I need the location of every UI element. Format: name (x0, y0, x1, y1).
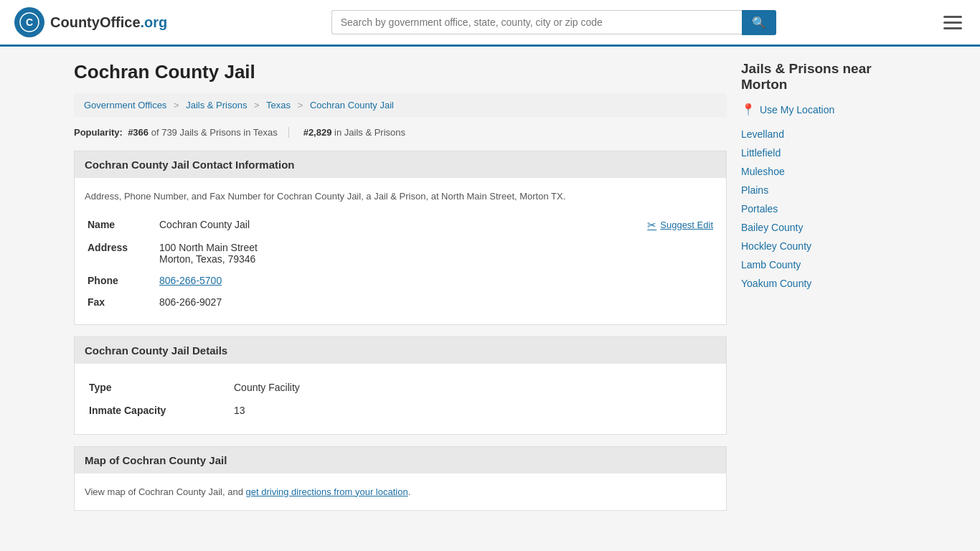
map-card-body: View map of Cochran County Jail, and get… (75, 474, 726, 511)
map-desc-suffix: . (408, 486, 411, 497)
search-icon: 🔍 (752, 17, 766, 29)
contact-description: Address, Phone Number, and Fax Number fo… (85, 189, 716, 204)
address-label: Address (85, 237, 156, 270)
table-row: Fax 806-266-9027 (85, 291, 716, 313)
type-value: County Facility (231, 377, 715, 398)
table-row: Inmate Capacity 13 (86, 400, 715, 421)
menu-line (943, 22, 962, 24)
logo-suffix: .org (141, 14, 168, 30)
phone-value: 806-266-5700 (156, 270, 716, 291)
breadcrumb-sep: > (298, 100, 303, 110)
suggest-edit-label: Suggest Edit (660, 220, 713, 230)
capacity-value: 13 (231, 400, 715, 421)
contact-table: Name Cochran County Jail ✂ Suggest Edit … (85, 214, 716, 313)
content-area: Cochran County Jail Government Offices >… (74, 61, 727, 522)
phone-link[interactable]: 806-266-5700 (159, 275, 222, 286)
location-pin-icon: 📍 (741, 103, 755, 116)
map-desc-prefix: View map of Cochran County Jail, and (85, 486, 246, 497)
phone-label: Phone (85, 270, 156, 291)
page-title: Cochran County Jail (74, 61, 727, 83)
rank-local-desc: of (151, 127, 161, 138)
logo-icon: C (14, 7, 44, 37)
table-row: Phone 806-266-5700 (85, 270, 716, 291)
contact-card-body: Address, Phone Number, and Fax Number fo… (75, 178, 726, 324)
breadcrumb-link-gov[interactable]: Government Offices (84, 100, 166, 110)
table-row: Type County Facility (86, 377, 715, 398)
svg-text:C: C (26, 17, 33, 28)
use-location-link[interactable]: 📍 Use My Location (741, 103, 906, 116)
menu-line (943, 16, 962, 18)
sidebar-link-bailey[interactable]: Bailey County (741, 218, 906, 237)
sidebar-link-yoakum[interactable]: Yoakum County (741, 274, 906, 293)
fax-value: 806-266-9027 (156, 291, 716, 313)
breadcrumb: Government Offices > Jails & Prisons > T… (74, 93, 727, 117)
map-directions-link[interactable]: get driving directions from your locatio… (246, 486, 408, 497)
breadcrumb-link-state[interactable]: Texas (266, 100, 291, 110)
main-container: Cochran County Jail Government Offices >… (60, 47, 920, 537)
rank-national: #2,829 (303, 127, 332, 138)
sidebar-links: Levelland Littlefield Muleshoe Plains Po… (741, 125, 906, 293)
rank-national-desc: in (334, 127, 344, 138)
rank-local: #366 (128, 127, 149, 138)
name-label: Name (85, 214, 156, 237)
details-card-body: Type County Facility Inmate Capacity 13 (75, 364, 726, 434)
sidebar-link-muleshoe[interactable]: Muleshoe (741, 162, 906, 181)
contact-card: Cochran County Jail Contact Information … (74, 151, 727, 325)
sidebar-link-portales[interactable]: Portales (741, 199, 906, 218)
use-location-label: Use My Location (760, 104, 834, 116)
contact-section-header: Cochran County Jail Contact Information (75, 151, 726, 178)
sidebar-link-plains[interactable]: Plains (741, 181, 906, 199)
search-input[interactable] (331, 10, 742, 34)
address-value: 100 North Main Street Morton, Texas, 793… (156, 237, 716, 270)
sidebar-title: Jails & Prisons near Morton (741, 61, 906, 93)
capacity-label: Inmate Capacity (86, 400, 230, 421)
breadcrumb-link-current[interactable]: Cochran County Jail (310, 100, 394, 110)
type-label: Type (86, 377, 230, 398)
map-description: View map of Cochran County Jail, and get… (85, 485, 716, 499)
menu-button[interactable] (940, 12, 966, 33)
popularity-label: Popularity: (74, 127, 123, 138)
breadcrumb-link-jails[interactable]: Jails & Prisons (186, 100, 247, 110)
sidebar-link-levelland[interactable]: Levelland (741, 125, 906, 143)
menu-line (943, 27, 962, 29)
edit-icon: ✂ (647, 219, 656, 232)
table-row: Address 100 North Main Street Morton, Te… (85, 237, 716, 270)
address-line2: Morton, Texas, 79346 (159, 253, 713, 265)
fax-label: Fax (85, 291, 156, 313)
sidebar-link-hockley[interactable]: Hockley County (741, 237, 906, 255)
header: C CountyOffice.org 🔍 (0, 0, 980, 47)
popularity-bar: Popularity: #366 of 739 Jails & Prisons … (74, 127, 727, 138)
map-card: Map of Cochran County Jail View map of C… (74, 446, 727, 512)
details-card: Cochran County Jail Details Type County … (74, 336, 727, 435)
category: Jails & Prisons (344, 127, 405, 138)
address-line1: 100 North Main Street (159, 242, 713, 253)
search-button[interactable]: 🔍 (742, 10, 776, 35)
breadcrumb-sep: > (254, 100, 260, 110)
sidebar: Jails & Prisons near Morton 📍 Use My Loc… (741, 61, 906, 522)
total-local: 739 Jails & Prisons in Texas (161, 127, 278, 138)
sidebar-link-littlefield[interactable]: Littlefield (741, 143, 906, 162)
name-text: Cochran County Jail (159, 219, 250, 230)
details-section-header: Cochran County Jail Details (75, 337, 726, 364)
logo: C CountyOffice.org (14, 7, 167, 37)
pipe-divider (288, 127, 292, 138)
details-table: Type County Facility Inmate Capacity 13 (85, 375, 716, 423)
sidebar-link-lamb[interactable]: Lamb County (741, 255, 906, 274)
breadcrumb-sep: > (174, 100, 179, 110)
suggest-edit-link[interactable]: ✂ Suggest Edit (647, 219, 713, 232)
table-row: Name Cochran County Jail ✂ Suggest Edit (85, 214, 716, 237)
logo-text: CountyOffice.org (50, 14, 167, 31)
map-section-header: Map of Cochran County Jail (75, 447, 726, 474)
search-area: 🔍 (331, 10, 776, 35)
name-value: Cochran County Jail ✂ Suggest Edit (156, 214, 716, 237)
